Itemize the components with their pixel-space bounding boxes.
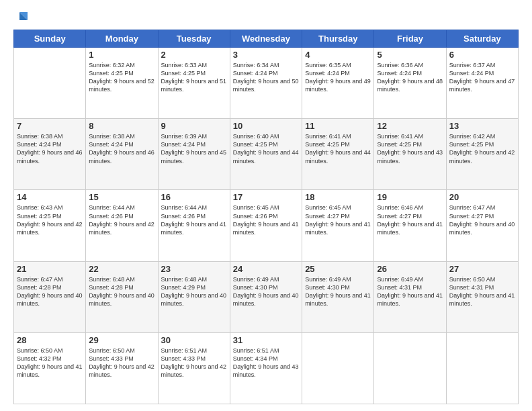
day-number: 5 — [377, 50, 443, 60]
page: SundayMondayTuesdayWednesdayThursdayFrid… — [0, 0, 532, 411]
day-info: Sunrise: 6:35 AMSunset: 4:24 PMDaylight:… — [305, 61, 371, 94]
day-number: 2 — [161, 50, 227, 60]
calendar-cell: 3Sunrise: 6:34 AMSunset: 4:24 PMDaylight… — [230, 48, 302, 119]
week-row-2: 7Sunrise: 6:38 AMSunset: 4:24 PMDaylight… — [14, 119, 519, 190]
day-info: Sunrise: 6:45 AMSunset: 4:27 PMDaylight:… — [305, 203, 371, 236]
day-number: 24 — [233, 264, 299, 274]
day-number: 19 — [377, 192, 443, 202]
logo — [13, 11, 29, 23]
calendar-cell: 20Sunrise: 6:47 AMSunset: 4:27 PMDayligh… — [446, 190, 518, 261]
calendar-cell: 12Sunrise: 6:41 AMSunset: 4:25 PMDayligh… — [374, 119, 446, 190]
calendar-cell — [14, 48, 86, 119]
day-number: 6 — [449, 50, 515, 60]
calendar-cell: 28Sunrise: 6:50 AMSunset: 4:32 PMDayligh… — [14, 332, 86, 404]
day-number: 12 — [377, 121, 443, 131]
calendar-cell: 1Sunrise: 6:32 AMSunset: 4:25 PMDaylight… — [86, 48, 158, 119]
calendar-cell: 26Sunrise: 6:49 AMSunset: 4:31 PMDayligh… — [374, 261, 446, 332]
weekday-wednesday: Wednesday — [230, 30, 302, 48]
week-row-4: 21Sunrise: 6:47 AMSunset: 4:28 PMDayligh… — [14, 261, 519, 332]
day-info: Sunrise: 6:50 AMSunset: 4:32 PMDaylight:… — [17, 347, 83, 379]
day-number: 15 — [89, 192, 154, 202]
day-info: Sunrise: 6:51 AMSunset: 4:33 PMDaylight:… — [161, 347, 227, 379]
day-number: 26 — [377, 264, 443, 274]
day-info: Sunrise: 6:43 AMSunset: 4:25 PMDaylight:… — [17, 203, 83, 236]
day-number: 1 — [89, 50, 154, 60]
day-info: Sunrise: 6:48 AMSunset: 4:29 PMDaylight:… — [161, 275, 227, 308]
day-info: Sunrise: 6:51 AMSunset: 4:34 PMDaylight:… — [233, 347, 299, 379]
week-row-3: 14Sunrise: 6:43 AMSunset: 4:25 PMDayligh… — [14, 190, 519, 261]
day-number: 16 — [161, 192, 227, 202]
calendar-cell: 25Sunrise: 6:49 AMSunset: 4:30 PMDayligh… — [302, 261, 374, 332]
day-number: 17 — [233, 192, 299, 202]
day-info: Sunrise: 6:47 AMSunset: 4:28 PMDaylight:… — [17, 275, 83, 308]
day-info: Sunrise: 6:49 AMSunset: 4:31 PMDaylight:… — [377, 275, 443, 308]
week-row-5: 28Sunrise: 6:50 AMSunset: 4:32 PMDayligh… — [14, 332, 519, 404]
calendar-cell: 21Sunrise: 6:47 AMSunset: 4:28 PMDayligh… — [14, 261, 86, 332]
calendar-cell: 31Sunrise: 6:51 AMSunset: 4:34 PMDayligh… — [230, 332, 302, 404]
calendar-cell: 16Sunrise: 6:44 AMSunset: 4:26 PMDayligh… — [158, 190, 230, 261]
calendar-cell: 18Sunrise: 6:45 AMSunset: 4:27 PMDayligh… — [302, 190, 374, 261]
calendar-cell: 30Sunrise: 6:51 AMSunset: 4:33 PMDayligh… — [158, 332, 230, 404]
calendar-cell: 24Sunrise: 6:49 AMSunset: 4:30 PMDayligh… — [230, 261, 302, 332]
day-info: Sunrise: 6:49 AMSunset: 4:30 PMDaylight:… — [305, 275, 371, 308]
day-info: Sunrise: 6:38 AMSunset: 4:24 PMDaylight:… — [17, 132, 83, 165]
day-info: Sunrise: 6:47 AMSunset: 4:27 PMDaylight:… — [449, 203, 515, 236]
day-info: Sunrise: 6:49 AMSunset: 4:30 PMDaylight:… — [233, 275, 299, 308]
weekday-header-row: SundayMondayTuesdayWednesdayThursdayFrid… — [14, 30, 519, 48]
day-info: Sunrise: 6:41 AMSunset: 4:25 PMDaylight:… — [377, 132, 443, 165]
day-info: Sunrise: 6:50 AMSunset: 4:31 PMDaylight:… — [449, 275, 515, 308]
day-number: 21 — [17, 264, 83, 274]
day-number: 8 — [89, 121, 154, 131]
calendar-cell: 23Sunrise: 6:48 AMSunset: 4:29 PMDayligh… — [158, 261, 230, 332]
weekday-monday: Monday — [86, 30, 158, 48]
calendar-cell: 4Sunrise: 6:35 AMSunset: 4:24 PMDaylight… — [302, 48, 374, 119]
day-info: Sunrise: 6:44 AMSunset: 4:26 PMDaylight:… — [161, 203, 227, 236]
logo-icon — [14, 11, 29, 23]
day-info: Sunrise: 6:48 AMSunset: 4:28 PMDaylight:… — [89, 275, 154, 308]
day-info: Sunrise: 6:50 AMSunset: 4:33 PMDaylight:… — [89, 347, 154, 379]
day-number: 9 — [161, 121, 227, 131]
weekday-tuesday: Tuesday — [158, 30, 230, 48]
day-info: Sunrise: 6:41 AMSunset: 4:25 PMDaylight:… — [305, 132, 371, 165]
day-number: 4 — [305, 50, 371, 60]
calendar-cell: 9Sunrise: 6:39 AMSunset: 4:24 PMDaylight… — [158, 119, 230, 190]
calendar-cell: 29Sunrise: 6:50 AMSunset: 4:33 PMDayligh… — [86, 332, 158, 404]
weekday-sunday: Sunday — [14, 30, 86, 48]
day-number: 29 — [89, 335, 154, 345]
weekday-saturday: Saturday — [446, 30, 518, 48]
day-info: Sunrise: 6:46 AMSunset: 4:27 PMDaylight:… — [377, 203, 443, 236]
day-number: 23 — [161, 264, 227, 274]
day-info: Sunrise: 6:45 AMSunset: 4:26 PMDaylight:… — [233, 203, 299, 236]
calendar-cell: 10Sunrise: 6:40 AMSunset: 4:25 PMDayligh… — [230, 119, 302, 190]
day-info: Sunrise: 6:36 AMSunset: 4:24 PMDaylight:… — [377, 61, 443, 94]
day-info: Sunrise: 6:39 AMSunset: 4:24 PMDaylight:… — [161, 132, 227, 165]
day-info: Sunrise: 6:37 AMSunset: 4:24 PMDaylight:… — [449, 61, 515, 94]
day-number: 28 — [17, 335, 83, 345]
calendar-cell: 27Sunrise: 6:50 AMSunset: 4:31 PMDayligh… — [446, 261, 518, 332]
day-number: 7 — [17, 121, 83, 131]
day-number: 13 — [449, 121, 515, 131]
calendar-cell: 19Sunrise: 6:46 AMSunset: 4:27 PMDayligh… — [374, 190, 446, 261]
calendar-cell — [446, 332, 518, 404]
day-number: 11 — [305, 121, 371, 131]
calendar-cell: 22Sunrise: 6:48 AMSunset: 4:28 PMDayligh… — [86, 261, 158, 332]
day-info: Sunrise: 6:42 AMSunset: 4:25 PMDaylight:… — [449, 132, 515, 165]
day-number: 27 — [449, 264, 515, 274]
calendar-cell: 5Sunrise: 6:36 AMSunset: 4:24 PMDaylight… — [374, 48, 446, 119]
week-row-1: 1Sunrise: 6:32 AMSunset: 4:25 PMDaylight… — [14, 48, 519, 119]
weekday-thursday: Thursday — [302, 30, 374, 48]
day-number: 30 — [161, 335, 227, 345]
day-number: 14 — [17, 192, 83, 202]
day-number: 22 — [89, 264, 154, 274]
day-number: 31 — [233, 335, 299, 345]
day-info: Sunrise: 6:34 AMSunset: 4:24 PMDaylight:… — [233, 61, 299, 94]
day-info: Sunrise: 6:40 AMSunset: 4:25 PMDaylight:… — [233, 132, 299, 165]
calendar-cell — [302, 332, 374, 404]
header — [13, 11, 519, 23]
day-number: 3 — [233, 50, 299, 60]
weekday-friday: Friday — [374, 30, 446, 48]
calendar-table: SundayMondayTuesdayWednesdayThursdayFrid… — [13, 30, 519, 404]
day-info: Sunrise: 6:33 AMSunset: 4:25 PMDaylight:… — [161, 61, 227, 94]
day-info: Sunrise: 6:32 AMSunset: 4:25 PMDaylight:… — [89, 61, 154, 94]
calendar-cell: 15Sunrise: 6:44 AMSunset: 4:26 PMDayligh… — [86, 190, 158, 261]
